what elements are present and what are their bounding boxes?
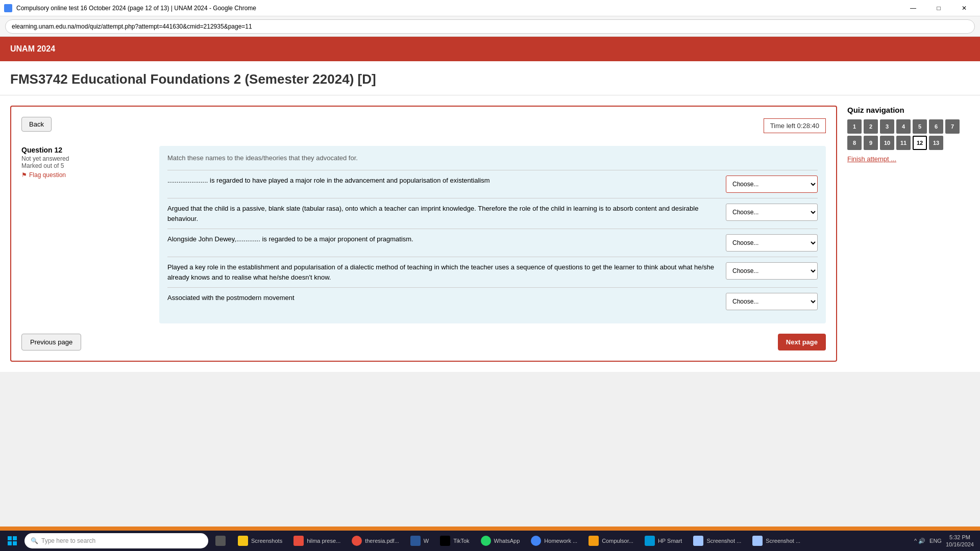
match-select-2[interactable]: Choose... [726, 204, 818, 221]
app-label: hilma prese... [307, 538, 340, 544]
taskbar-app-homework[interactable]: Homework ... [526, 532, 582, 550]
next-page-button[interactable]: Next page [778, 334, 826, 350]
match-text-4: Played a key role in the establishment a… [167, 262, 718, 282]
flag-label: Flag question [29, 171, 66, 179]
back-button[interactable]: Back [21, 117, 52, 132]
match-text-2: Argued that the child is a passive, blan… [167, 204, 718, 223]
taskbar-app-hpsmart[interactable]: HP Smart [640, 532, 687, 550]
window-controls[interactable]: — □ ✕ [901, 0, 976, 16]
task-view-button[interactable] [210, 532, 231, 550]
taskbar: 🔍 Type here to search Screenshots hilma … [0, 531, 980, 551]
nav-btn-11[interactable]: 11 [896, 136, 911, 150]
main-layout: Back Time left 0:28:40 Question 12 Not y… [0, 95, 980, 372]
question-body: Match these names to the ideas/theories … [159, 146, 826, 323]
taskbar-app-screenshot1[interactable]: Screenshot ... [688, 532, 746, 550]
question-number: Question 12 [21, 146, 88, 154]
tiktok-icon [440, 536, 450, 546]
taskbar-app-theresia[interactable]: theresia.pdf... [347, 532, 404, 550]
search-icon: 🔍 [31, 537, 38, 544]
match-select-4[interactable]: Choose... [726, 262, 818, 280]
compulsor-icon [589, 536, 599, 546]
match-row: Played a key role in the establishment a… [167, 257, 818, 287]
quiz-navigation-sidebar: Quiz navigation 1 2 3 4 5 6 7 8 9 10 11 … [847, 106, 970, 362]
nav-btn-6[interactable]: 6 [929, 119, 943, 134]
whatsapp-icon [481, 536, 491, 546]
svg-rect-2 [8, 541, 12, 545]
app-label: Compulsor... [602, 538, 633, 544]
window-title: Compulsory online test 16 October 2024 (… [16, 5, 256, 12]
match-select-1[interactable]: Choose... [726, 176, 818, 193]
taskbar-app-hilma[interactable]: hilma prese... [288, 532, 346, 550]
taskbar-app-screenshots[interactable]: Screenshots [233, 532, 287, 550]
screenshot1-icon [693, 536, 703, 546]
match-text-1: ...................... is regarded to ha… [167, 176, 718, 186]
browser-icon [4, 4, 12, 12]
app-label: W [424, 538, 429, 544]
language-indicator: ENG [929, 538, 942, 544]
taskbar-search[interactable]: 🔍 Type here to search [24, 533, 208, 548]
hilma-icon [293, 536, 304, 546]
app-label: TikTok [453, 538, 469, 544]
clock-time: 5:32 PM [946, 534, 974, 541]
quiz-row: Question 12 Not yet answered Marked out … [21, 146, 826, 323]
top-navigation: UNAM 2024 [0, 37, 980, 61]
system-tray: ^ 🔊 [914, 538, 925, 544]
taskbar-app-whatsapp[interactable]: WhatsApp [476, 532, 525, 550]
title-bar-left: Compulsory online test 16 October 2024 (… [4, 4, 256, 12]
minimize-button[interactable]: — [901, 0, 925, 16]
nav-btn-12[interactable]: 12 [913, 136, 927, 150]
match-select-5[interactable]: Choose... [726, 293, 818, 310]
nav-btn-13[interactable]: 13 [929, 136, 943, 150]
nav-btn-1[interactable]: 1 [847, 119, 862, 134]
nav-btn-10[interactable]: 10 [880, 136, 894, 150]
prev-page-button[interactable]: Previous page [21, 334, 81, 350]
page-header: FMS3742 Educational Foundations 2 (Semes… [0, 61, 980, 95]
taskbar-app-screenshot2[interactable]: Screenshot ... [747, 532, 805, 550]
question-status: Not yet answered [21, 155, 88, 162]
hpsmart-icon [645, 536, 655, 546]
taskbar-app-word[interactable]: W [405, 532, 434, 550]
match-row: Alongside John Dewey,............. is re… [167, 229, 818, 257]
start-button[interactable] [2, 532, 22, 550]
match-row: Argued that the child is a passive, blan… [167, 198, 818, 229]
nav-btn-8[interactable]: 8 [847, 136, 862, 150]
match-row: ...................... is regarded to ha… [167, 170, 818, 198]
nav-btn-9[interactable]: 9 [864, 136, 878, 150]
quiz-content: Back Time left 0:28:40 Question 12 Not y… [10, 106, 837, 362]
taskbar-app-tiktok[interactable]: TikTok [435, 532, 474, 550]
question-marked: Marked out of 5 [21, 162, 88, 169]
url-input[interactable] [5, 19, 975, 34]
flag-question-button[interactable]: ⚑ Flag question [21, 171, 88, 179]
app-label: theresia.pdf... [365, 538, 399, 544]
taskbar-apps: Screenshots hilma prese... theresia.pdf.… [233, 532, 912, 550]
quiz-nav-title: Quiz navigation [847, 106, 970, 114]
app-label: HP Smart [658, 538, 682, 544]
maximize-button[interactable]: □ [927, 0, 950, 16]
close-button[interactable]: ✕ [952, 0, 976, 16]
title-bar: Compulsory online test 16 October 2024 (… [0, 0, 980, 16]
taskbar-app-compulsor[interactable]: Compulsor... [583, 532, 639, 550]
screenshots-icon [238, 536, 248, 546]
screenshot2-icon [752, 536, 763, 546]
match-text-5: Associated with the postmodern movement [167, 293, 718, 303]
theresia-icon [352, 536, 362, 546]
nav-btn-3[interactable]: 3 [880, 119, 894, 134]
app-label: Screenshot ... [706, 538, 741, 544]
nav-btn-4[interactable]: 4 [896, 119, 911, 134]
nav-btn-5[interactable]: 5 [913, 119, 927, 134]
nav-btn-2[interactable]: 2 [864, 119, 878, 134]
system-clock: 5:32 PM 10/16/2024 [946, 534, 974, 548]
taskview-icon [215, 536, 226, 546]
match-text-3: Alongside John Dewey,............. is re… [167, 234, 718, 244]
match-select-3[interactable]: Choose... [726, 234, 818, 252]
page-title: FMS3742 Educational Foundations 2 (Semes… [10, 71, 970, 87]
search-placeholder: Type here to search [41, 537, 95, 544]
taskbar-right: ^ 🔊 ENG 5:32 PM 10/16/2024 [914, 534, 978, 548]
finish-attempt-link[interactable]: Finish attempt ... [847, 155, 970, 163]
quiz-nav-grid: 1 2 3 4 5 6 7 8 9 10 11 12 13 [847, 119, 970, 150]
app-label: Homework ... [544, 538, 577, 544]
question-instruction: Match these names to the ideas/theories … [167, 154, 818, 162]
flag-icon: ⚑ [21, 171, 27, 179]
question-sidebar: Question 12 Not yet answered Marked out … [21, 146, 88, 323]
nav-btn-7[interactable]: 7 [945, 119, 960, 134]
